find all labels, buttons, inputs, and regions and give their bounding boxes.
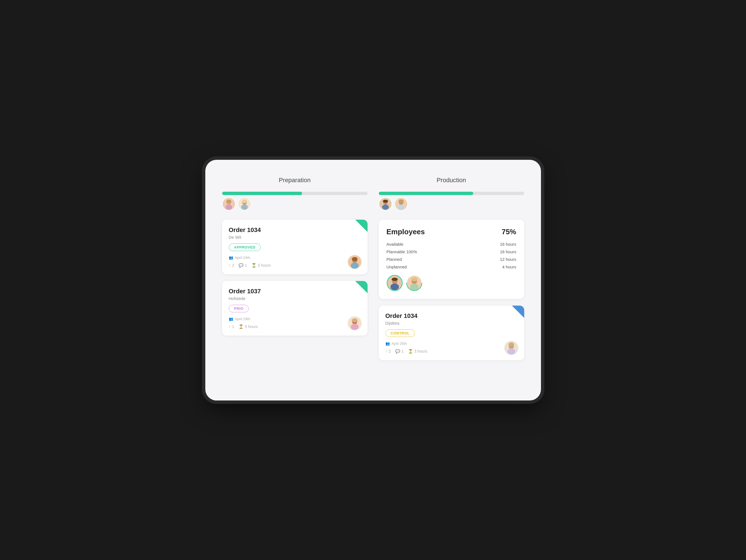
production-column: Production (379, 176, 524, 384)
production-header (379, 192, 524, 212)
employees-value-available: 16 hours (500, 242, 516, 247)
upload-icon: ↑ (229, 263, 231, 268)
stat-upload-1037: ↑ 1 (229, 324, 234, 329)
meta-date-1037: April 29th (235, 317, 250, 321)
meta-date-1034-prep: April 24th (235, 255, 250, 260)
hours-value: 3 hours (258, 263, 271, 268)
employees-row-planned: Planned 12 hours (386, 257, 516, 262)
chat-value: 1 (245, 263, 247, 268)
production-title: Production (379, 176, 524, 184)
employees-percent: 75% (501, 227, 516, 236)
employees-row-plannable: Plannable 100% 16 hours (386, 249, 516, 254)
employees-row-available: Available 16 hours (386, 242, 516, 247)
upload-icon-prod: ↑ (385, 349, 388, 354)
employee-avatar-f6 (406, 275, 422, 291)
card-corner-green-1034 (355, 220, 368, 232)
preparation-progress-bar (222, 192, 368, 195)
card-order-1034-prep[interactable]: Order 1034 De Wit APPROVED 👥 April 24th … (222, 220, 368, 274)
badge-approved-1034: APPROVED (229, 244, 261, 251)
svg-point-23 (398, 199, 403, 203)
person-m2-face (388, 276, 402, 290)
card-avatar-1034-prod (504, 341, 519, 355)
svg-point-15 (352, 318, 357, 323)
chat-value-prod: 1 (401, 349, 404, 354)
upload-value-prod: 2 (389, 349, 391, 354)
device-frame: Preparation (205, 160, 541, 400)
preparation-avatar-row (222, 197, 368, 211)
svg-point-27 (391, 283, 399, 290)
chat-icon-prod: 💬 (395, 349, 400, 354)
svg-point-3 (226, 199, 231, 203)
avatar-person-f5 (394, 197, 408, 211)
card-subtitle-1037: Hofstede (229, 296, 361, 301)
person-f3-svg (348, 255, 362, 269)
card-stats-1037: ↑ 1 ⏳ 5 hours (229, 324, 361, 329)
preparation-title: Preparation (222, 176, 368, 184)
badge-control-1034: CONTROL (385, 329, 415, 337)
upload-value: 2 (232, 263, 234, 268)
svg-point-7 (242, 199, 247, 203)
svg-point-11 (352, 257, 357, 261)
employees-card[interactable]: Employees 75% Available 16 hours Plannab… (379, 220, 524, 299)
meta-date-1034-prod: April 26th (392, 341, 407, 346)
card-stats-1034-prep: ↑ 2 💬 1 ⏳ 3 hours (229, 263, 361, 268)
avatar-person-f1 (222, 197, 235, 211)
card-avatar-1037 (347, 316, 362, 331)
svg-point-36 (508, 348, 515, 354)
person-f2-svg (238, 198, 251, 210)
person-f4-svg (348, 316, 362, 330)
svg-point-32 (410, 283, 419, 290)
hourglass-icon-prod: ⏳ (408, 349, 413, 354)
svg-point-18 (382, 204, 389, 209)
svg-point-33 (411, 277, 417, 281)
svg-point-6 (241, 204, 248, 209)
employees-value-planned: 12 hours (500, 257, 516, 262)
main-layout: Preparation (222, 176, 524, 384)
preparation-progress-fill (222, 192, 302, 195)
employee-avatar-m2 (386, 275, 403, 291)
preparation-header (222, 192, 368, 212)
hourglass-icon: ⏳ (252, 263, 256, 268)
employees-row-unplanned: Unplanned 4 hours (386, 264, 516, 269)
svg-point-14 (351, 324, 358, 330)
badge-prio-1037: PRIO (229, 305, 249, 312)
preparation-column: Preparation (222, 176, 368, 384)
card-title-1034-prep: Order 1034 (229, 226, 361, 234)
card-order-1034-prod[interactable]: Order 1034 Dijsktra CONTROL 👥 April 26th… (379, 306, 524, 360)
stat-upload-1034-prep: ↑ 2 (229, 263, 234, 268)
avatar-person-m1 (379, 197, 392, 211)
stat-chat-1034-prep: 💬 1 (238, 263, 247, 268)
chat-icon: 💬 (238, 263, 243, 268)
employees-value-unplanned: 4 hours (502, 264, 516, 269)
card-meta-1037: 👥 April 29th (229, 317, 361, 321)
svg-point-2 (225, 204, 232, 209)
face-f6 (407, 276, 422, 290)
hours-value-prod: 3 hours (414, 349, 427, 354)
card-meta-1034-prep: 👥 April 24th (229, 255, 361, 260)
face-m2 (388, 276, 402, 290)
card-stats-1034-prod: ↑ 2 💬 1 ⏳ 3 hours (385, 349, 517, 354)
stat-hours-1037: ⏳ 5 hours (238, 324, 258, 329)
card-order-1037-prep[interactable]: Order 1037 Hofstede PRIO 👥 April 29th ↑ … (222, 281, 368, 336)
meta-icon-group-prod: 👥 (385, 341, 390, 346)
svg-point-28 (392, 278, 398, 281)
person-f6-face (407, 276, 422, 290)
avatar-person-f2 (238, 197, 251, 211)
stat-upload-1034-prod: ↑ 2 (385, 349, 391, 354)
employees-label-unplanned: Unplanned (386, 264, 407, 269)
person-f7-svg (505, 341, 518, 355)
card-subtitle-1034-prep: De Wit (229, 235, 361, 240)
stat-chat-1034-prod: 💬 1 (395, 349, 404, 354)
employees-label-planned: Planned (386, 257, 402, 262)
production-progress-fill (379, 192, 473, 195)
production-avatar-row (379, 197, 524, 211)
hours-value-1037: 5 hours (245, 324, 258, 329)
meta-icon-group-1037: 👥 (229, 317, 233, 321)
card-title-1037: Order 1037 (229, 288, 361, 295)
employees-label-plannable: Plannable 100% (386, 249, 417, 254)
svg-point-22 (398, 204, 404, 209)
card-avatar-1034-prep (347, 255, 362, 269)
svg-point-37 (508, 342, 514, 346)
hourglass-icon-1037: ⏳ (238, 324, 243, 329)
person-f1-svg (223, 198, 235, 210)
